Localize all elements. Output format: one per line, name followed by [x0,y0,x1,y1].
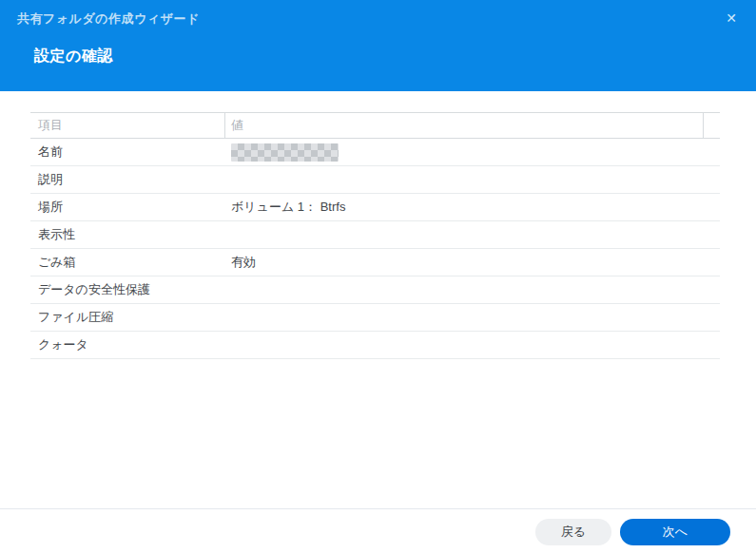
table-row: ファイル圧縮 [30,304,720,332]
table-row: 表示性 [30,221,720,249]
redacted-value-mosaic [231,143,339,162]
back-button[interactable]: 戻る [535,519,611,545]
row-label: クォータ [30,332,225,358]
row-label: 説明 [30,166,225,193]
footer-divider [0,508,756,509]
table-row: 場所 ボリューム 1： Btrfs [30,194,720,221]
step-title: 設定の確認 [34,47,113,67]
column-header-item: 項目 [30,113,225,138]
row-value [225,166,720,193]
next-button[interactable]: 次へ [620,519,730,545]
table-row: 名前 [30,139,720,166]
row-label: 名前 [30,139,225,165]
row-value: 有効 [225,249,720,276]
window-title: 共有フォルダの作成ウィザード [17,10,200,28]
column-header-value: 値 [225,113,704,138]
row-value [225,304,720,331]
shared-folder-wizard-dialog: 共有フォルダの作成ウィザード ✕ 設定の確認 項目 値 名前 説明 場所 ボリュ… [0,0,756,553]
table-header-row: 項目 値 [30,112,720,139]
row-label: ごみ箱 [30,249,225,276]
table-row: データの安全性保護 [30,276,720,304]
row-label: 表示性 [30,221,225,248]
row-value [225,276,720,303]
settings-summary-table: 項目 値 名前 説明 場所 ボリューム 1： Btrfs 表示性 ごみ箱 有効 … [30,112,720,359]
table-row: ごみ箱 有効 [30,249,720,276]
row-value: ボリューム 1： Btrfs [225,194,720,220]
column-header-spacer [704,113,720,138]
close-icon[interactable]: ✕ [722,9,741,28]
table-row: 説明 [30,166,720,194]
row-label: ファイル圧縮 [30,304,225,331]
row-label: 場所 [30,194,225,220]
row-label: データの安全性保護 [30,276,225,303]
wizard-header: 共有フォルダの作成ウィザード ✕ 設定の確認 [0,0,756,91]
row-value [225,139,720,165]
row-value [225,332,720,358]
table-row: クォータ [30,332,720,359]
row-value [225,221,720,248]
table-body: 名前 説明 場所 ボリューム 1： Btrfs 表示性 ごみ箱 有効 データの安… [30,139,720,359]
